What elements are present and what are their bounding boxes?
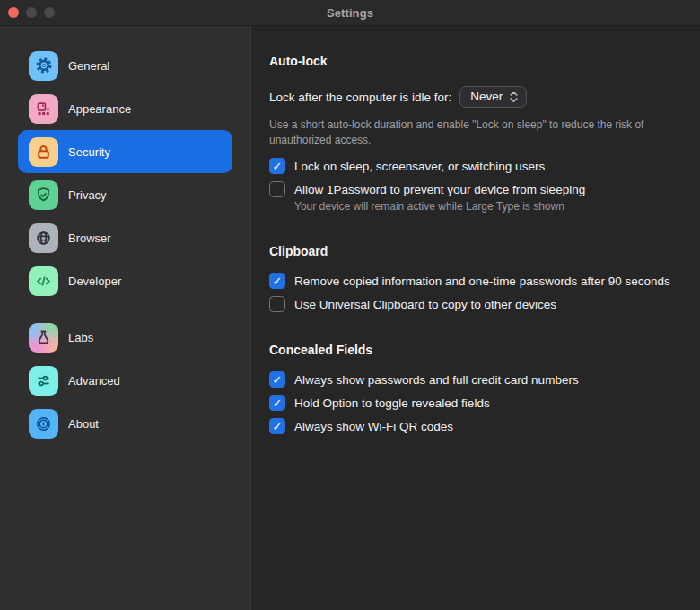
zoom-button[interactable] — [44, 7, 55, 18]
globe-icon — [29, 223, 58, 253]
sidebar-item-label: Labs — [68, 331, 93, 344]
checkbox-label: Use Universal Clipboard to copy to other… — [294, 297, 556, 312]
checkbox[interactable] — [269, 296, 285, 312]
traffic-lights — [8, 0, 55, 25]
checkbox[interactable] — [269, 395, 285, 411]
sidebar-item-label: Advanced — [68, 374, 120, 388]
appearance-icon — [29, 94, 58, 124]
settings-sidebar: General Appearance — [0, 26, 251, 610]
idle-duration-value: Never — [470, 90, 503, 103]
section-heading-concealed-fields: Concealed Fields — [269, 343, 673, 358]
checkbox-row-remove-copied[interactable]: Remove copied information and one-time p… — [269, 273, 673, 289]
sidebar-item-about[interactable]: About — [18, 402, 232, 445]
sidebar-item-label: Privacy — [68, 188, 107, 202]
checkbox-label: Hold Option to toggle revealed fields — [294, 396, 490, 411]
minimize-button[interactable] — [26, 7, 37, 18]
sidebar-item-label: Security — [68, 145, 110, 159]
idle-duration-row: Lock after the computer is idle for: Nev… — [269, 86, 673, 108]
sidebar-item-privacy[interactable]: Privacy — [18, 173, 232, 216]
checkbox-label: Lock on sleep, screensaver, or switching… — [294, 159, 545, 174]
idle-duration-label: Lock after the computer is idle for: — [269, 91, 451, 104]
checkbox-label: Always show Wi-Fi QR codes — [294, 419, 453, 434]
section-heading-clipboard: Clipboard — [269, 244, 673, 259]
title-bar: Settings — [0, 0, 700, 26]
sidebar-item-advanced[interactable]: Advanced — [18, 359, 232, 402]
shield-check-icon — [29, 180, 58, 210]
code-icon — [29, 266, 58, 296]
sidebar-item-security[interactable]: Security — [18, 130, 232, 173]
checkbox[interactable] — [269, 273, 285, 289]
sidebar-item-label: About — [68, 417, 99, 431]
checkbox-subtext: Your device will remain active while Lar… — [294, 200, 673, 214]
sidebar-item-label: Browser — [68, 231, 111, 245]
checkbox-row-lock-on-sleep[interactable]: Lock on sleep, screensaver, or switching… — [269, 158, 673, 174]
checkbox[interactable] — [269, 181, 285, 197]
checkbox-row-universal-clipboard[interactable]: Use Universal Clipboard to copy to other… — [269, 296, 673, 312]
sliders-icon — [29, 366, 58, 396]
checkbox[interactable] — [269, 371, 285, 388]
idle-duration-select[interactable]: Never — [459, 86, 527, 108]
window-title: Settings — [327, 6, 373, 20]
sidebar-item-labs[interactable]: Labs — [18, 316, 232, 359]
checkbox-label: Remove copied information and one-time p… — [294, 274, 670, 289]
security-settings-pane: Auto-lock Lock after the computer is idl… — [251, 26, 700, 610]
checkbox[interactable] — [269, 158, 285, 174]
chevron-up-down-icon — [509, 91, 519, 103]
checkbox[interactable] — [269, 418, 285, 434]
flask-icon — [29, 323, 58, 353]
sidebar-item-browser[interactable]: Browser — [18, 216, 232, 259]
autolock-help-text: Use a short auto-lock duration and enabl… — [269, 118, 673, 147]
checkbox-label: Always show passwords and full credit ca… — [294, 372, 579, 388]
checkbox-row-prevent-sleep[interactable]: Allow 1Password to prevent your device f… — [269, 181, 673, 197]
sidebar-item-label: Appearance — [68, 102, 131, 116]
sidebar-item-label: General — [68, 59, 109, 73]
onepassword-icon — [29, 409, 58, 439]
sidebar-divider — [29, 309, 222, 309]
checkbox-row-hold-option[interactable]: Hold Option to toggle revealed fields — [269, 395, 673, 411]
checkbox-label: Allow 1Password to prevent your device f… — [294, 182, 585, 197]
sidebar-item-general[interactable]: General — [18, 44, 232, 87]
gear-icon — [29, 51, 58, 81]
section-heading-autolock: Auto-lock — [269, 54, 673, 69]
close-button[interactable] — [8, 7, 19, 18]
sidebar-item-label: Developer — [68, 274, 121, 288]
checkbox-row-always-show-passwords[interactable]: Always show passwords and full credit ca… — [269, 371, 673, 388]
settings-window: Settings General — [0, 0, 700, 610]
sidebar-item-appearance[interactable]: Appearance — [18, 87, 232, 130]
checkbox-row-wifi-qr[interactable]: Always show Wi-Fi QR codes — [269, 418, 673, 434]
lock-icon — [29, 137, 58, 167]
sidebar-item-developer[interactable]: Developer — [18, 259, 232, 302]
